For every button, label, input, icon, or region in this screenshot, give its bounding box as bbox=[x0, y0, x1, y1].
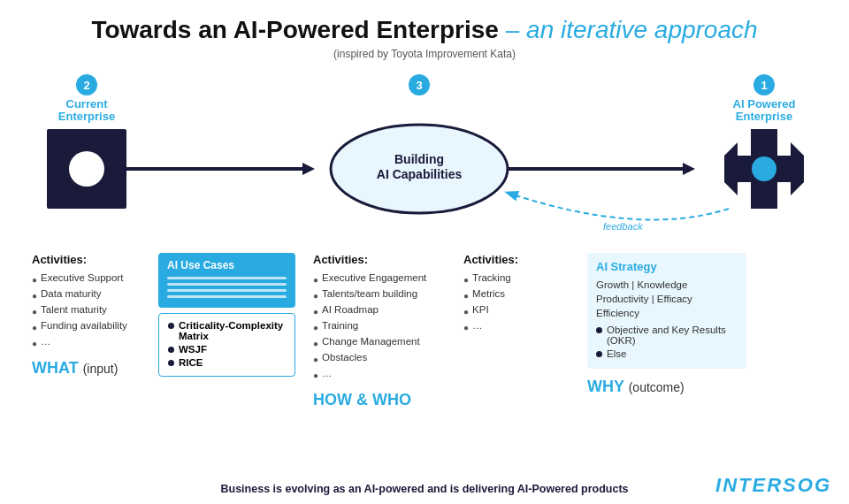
item-text: Talent maturity bbox=[41, 302, 107, 317]
svg-point-22 bbox=[752, 157, 776, 181]
how-text: HOW & WHO bbox=[313, 391, 411, 409]
ai-strategy-box: AI Strategy Growth | KnowledgeProductivi… bbox=[587, 253, 746, 369]
svg-text:1: 1 bbox=[761, 79, 767, 92]
item-text: Obstacles bbox=[322, 350, 367, 365]
list-item: ●Training bbox=[313, 318, 450, 334]
activities-building-list: ●Executive Engagement ●Talents/team buil… bbox=[313, 271, 450, 382]
title-bold: Towards an AI-Powered Enterprise bbox=[91, 16, 499, 43]
brand-highlight: SOG bbox=[783, 474, 831, 496]
bullet-icon bbox=[596, 351, 602, 357]
item-text: Funding availability bbox=[41, 318, 127, 333]
item-text: … bbox=[41, 334, 51, 349]
svg-text:Building: Building bbox=[394, 152, 444, 166]
item-text: … bbox=[472, 318, 483, 333]
diagram-area: 2 Current Enterprise 3 Building AI Capab… bbox=[21, 69, 828, 246]
brand-text: INTER bbox=[715, 474, 783, 496]
item-text: AI Roadmap bbox=[322, 302, 379, 317]
item-text: Criticality-Complexity Matrix bbox=[179, 320, 286, 341]
why-sub-text: (outcome) bbox=[629, 380, 685, 394]
list-item: ●Data maturity bbox=[32, 286, 158, 302]
item-text: Executive Engagement bbox=[322, 271, 426, 286]
list-item: ●Talent maturity bbox=[32, 302, 158, 318]
svg-text:Enterprise: Enterprise bbox=[58, 110, 115, 123]
item-text: Metrics bbox=[472, 286, 505, 302]
what-label: WHAT (input) bbox=[32, 359, 158, 378]
svg-text:3: 3 bbox=[416, 79, 422, 92]
item-text: … bbox=[322, 366, 333, 381]
ai-strategy-content: Growth | KnowledgeProductivity | Efficac… bbox=[596, 278, 738, 359]
svg-marker-23 bbox=[724, 142, 738, 156]
svg-text:2: 2 bbox=[83, 79, 89, 92]
use-cases-list-box: Criticality-Complexity Matrix WSJF RICE bbox=[158, 313, 295, 377]
list-item: WSJF bbox=[168, 344, 286, 355]
line-3 bbox=[167, 289, 287, 292]
item-text: RICE bbox=[179, 357, 203, 368]
svg-point-5 bbox=[69, 151, 104, 187]
list-item: ●Funding availability bbox=[32, 318, 158, 334]
activities-tracking-list: ●Tracking ●Metrics ●KPI ●… bbox=[463, 271, 583, 334]
svg-text:AI Capabilities: AI Capabilities bbox=[377, 167, 463, 181]
list-item: ●Metrics bbox=[463, 286, 583, 302]
list-item: RICE bbox=[168, 357, 286, 368]
activities-tracking-label: Activities: bbox=[463, 253, 583, 266]
use-cases-title: AI Use Cases bbox=[167, 259, 287, 271]
list-item: ●… bbox=[313, 366, 450, 382]
bottom-cols: Activities: ●Executive Support ●Data mat… bbox=[21, 253, 828, 409]
growth-line: Growth | KnowledgeProductivity | Efficac… bbox=[596, 278, 738, 320]
item-text: Data maturity bbox=[41, 286, 101, 302]
line-2 bbox=[167, 283, 287, 286]
brand: INTERSOG bbox=[715, 474, 831, 497]
item-text: WSJF bbox=[179, 344, 207, 355]
item-text: Talents/team building bbox=[322, 286, 417, 302]
svg-text:Enterprise: Enterprise bbox=[736, 110, 792, 123]
svg-marker-26 bbox=[791, 182, 804, 195]
svg-text:AI Powered: AI Powered bbox=[733, 97, 796, 111]
list-item: ●Tracking bbox=[463, 271, 583, 286]
list-item: ●… bbox=[463, 318, 583, 334]
item-text: Executive Support bbox=[41, 271, 123, 286]
list-item: ●AI Roadmap bbox=[313, 302, 450, 318]
list-item: ●Change Management bbox=[313, 334, 450, 350]
svg-marker-25 bbox=[724, 182, 738, 195]
col-ai-strategy: AI Strategy Growth | KnowledgeProductivi… bbox=[583, 253, 777, 396]
ai-strategy-list: Objective and Key Results (OKR) Else bbox=[596, 325, 738, 359]
subtitle: (inspired by Toyota Improvement Kata) bbox=[21, 48, 828, 60]
list-item: ●Obstacles bbox=[313, 350, 450, 366]
col-what: Activities: ●Executive Support ●Data mat… bbox=[21, 253, 158, 378]
list-item: Objective and Key Results (OKR) bbox=[596, 325, 738, 346]
bullet-icon bbox=[596, 327, 602, 333]
list-item: ●Talents/team building bbox=[313, 286, 450, 302]
list-item: ●Executive Support bbox=[32, 271, 158, 286]
bullet-icon bbox=[168, 323, 174, 329]
svg-text:feedback: feedback bbox=[603, 221, 643, 232]
list-item: Criticality-Complexity Matrix bbox=[168, 320, 286, 341]
bullet-icon bbox=[168, 347, 174, 353]
title-italic: – an iterative approach bbox=[499, 16, 758, 43]
diagram-svg: 2 Current Enterprise 3 Building AI Capab… bbox=[21, 69, 849, 246]
title-row: Towards an AI-Powered Enterprise – an it… bbox=[21, 16, 828, 44]
item-text: Training bbox=[322, 318, 358, 333]
svg-marker-14 bbox=[683, 163, 695, 175]
line-1 bbox=[167, 277, 287, 279]
col-use-cases: AI Use Cases Criticality-Complexity Matr… bbox=[158, 253, 295, 377]
what-text: WHAT bbox=[32, 359, 79, 377]
how-label: HOW & WHO bbox=[313, 391, 450, 409]
svg-text:Current: Current bbox=[66, 97, 109, 111]
ai-strategy-title: AI Strategy bbox=[596, 260, 738, 273]
col-tracking: Activities: ●Tracking ●Metrics ●KPI ●… bbox=[450, 253, 583, 334]
svg-marker-7 bbox=[302, 163, 315, 175]
item-text: Tracking bbox=[472, 271, 511, 286]
page: Towards an AI-Powered Enterprise – an it… bbox=[0, 0, 849, 504]
bullet-icon bbox=[168, 360, 174, 366]
use-cases-lines bbox=[167, 277, 287, 298]
item-text: KPI bbox=[472, 302, 489, 317]
use-cases-list: Criticality-Complexity Matrix WSJF RICE bbox=[168, 320, 286, 368]
list-item: ●… bbox=[32, 334, 158, 350]
item-text: Change Management bbox=[322, 334, 420, 349]
what-sub-text: (input) bbox=[83, 362, 119, 376]
list-item: ●Executive Engagement bbox=[313, 271, 450, 286]
why-text: WHY bbox=[587, 378, 624, 395]
item-text: Objective and Key Results (OKR) bbox=[607, 325, 738, 346]
line-4 bbox=[167, 295, 287, 298]
list-item: ●KPI bbox=[463, 302, 583, 318]
